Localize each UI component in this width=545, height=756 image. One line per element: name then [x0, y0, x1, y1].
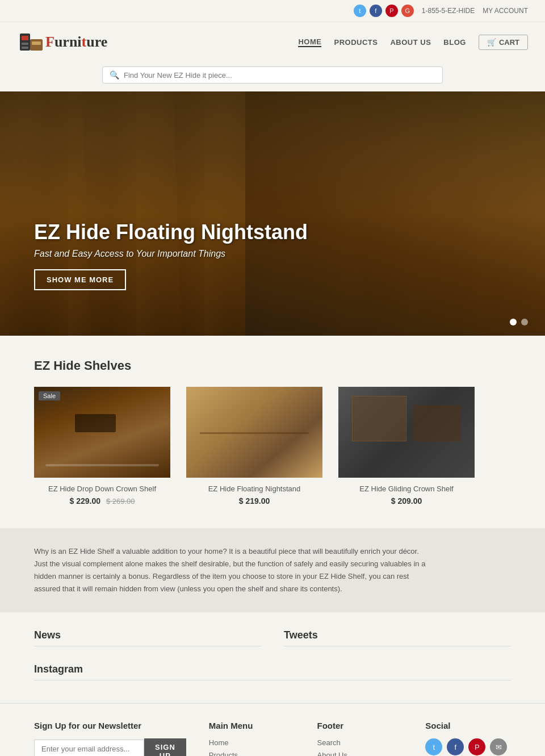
footer-menu-title: Footer — [317, 721, 403, 730]
product-img-bg-3 — [338, 387, 475, 478]
top-bar: t f P G 1-855-5-EZ-HIDE MY ACCOUNT — [0, 0, 545, 22]
footer-link-search[interactable]: Search — [317, 738, 403, 747]
info-section: Why is an EZ Hide Shelf a valuable addit… — [0, 528, 545, 612]
tweets-col: Tweets — [284, 629, 511, 652]
svg-rect-1 — [22, 36, 28, 40]
price-current-1: $ 229.00 — [70, 496, 101, 506]
footer-social-col: Social t f P ✉ — [425, 721, 511, 756]
price-current-3: $ 209.00 — [391, 496, 422, 506]
instagram-title: Instagram — [34, 663, 511, 680]
product-price-2: $ 219.00 — [186, 496, 322, 506]
nav-area: HOME PRODUCTS ABOUT US BLOG 🛒 CART — [298, 35, 528, 50]
product-price-3: $ 209.00 — [338, 496, 475, 506]
product-card-1[interactable]: Sale EZ Hide Drop Down Crown Shelf $ 229… — [34, 387, 170, 506]
hero-dot-2[interactable] — [521, 319, 528, 325]
product-card-3[interactable]: EZ Hide Gliding Crown Shelf $ 209.00 — [338, 387, 475, 506]
nav-blog[interactable]: BLOG — [443, 38, 466, 47]
google-icon-top[interactable]: G — [401, 5, 414, 17]
price-current-2: $ 219.00 — [239, 496, 270, 506]
product-img-bg-2 — [186, 387, 322, 478]
footer-social-icons: t f P ✉ — [425, 738, 511, 755]
search-input[interactable] — [124, 71, 435, 80]
newsletter-title: Sign Up for our Newsletter — [34, 721, 186, 730]
hero-dot-1[interactable] — [510, 319, 517, 325]
logo[interactable]: F urni t ure — [17, 28, 107, 56]
product-image-3 — [338, 387, 475, 478]
info-text: Why is an EZ Hide Shelf a valuable addit… — [34, 545, 431, 595]
search-bar-wrap: 🔍 — [0, 62, 545, 91]
logo-rest: urni — [54, 34, 82, 51]
search-icon: 🔍 — [110, 70, 119, 80]
phone-number: 1-855-5-EZ-HIDE — [422, 7, 475, 15]
nav-about[interactable]: ABOUT US — [390, 38, 431, 47]
nav-home[interactable]: HOME — [298, 37, 321, 47]
gun-shape — [75, 414, 116, 432]
hero-content: EZ Hide Floating Nightstand Fast and Eas… — [34, 220, 308, 290]
social-icons-top: t f P G — [354, 5, 414, 17]
svg-rect-3 — [22, 47, 28, 49]
footer-facebook-icon[interactable]: f — [447, 738, 464, 755]
header: F urni t ure HOME PRODUCTS ABOUT US BLOG… — [0, 22, 545, 62]
products-section: EZ Hide Shelves Sale EZ Hide Drop Down C… — [0, 336, 545, 528]
news-title: News — [34, 629, 261, 646]
my-account-link[interactable]: MY ACCOUNT — [483, 7, 528, 15]
cart-icon: 🛒 — [487, 38, 496, 47]
svg-rect-5 — [32, 41, 41, 45]
footer-main-menu-col: Main Menu Home Products About Us Blog — [209, 721, 295, 756]
product-card-2[interactable]: EZ Hide Floating Nightstand $ 219.00 — [186, 387, 322, 506]
hero-title: EZ Hide Floating Nightstand — [34, 220, 308, 244]
footer-twitter-icon[interactable]: t — [425, 738, 442, 755]
hero-cta-button[interactable]: SHOW ME MORE — [34, 269, 126, 290]
newsletter-signup-button[interactable]: SIGN UP — [144, 738, 186, 756]
product-name-2: EZ Hide Floating Nightstand — [186, 484, 322, 493]
footer-link-home[interactable]: Home — [209, 738, 295, 747]
newsletter-email-input[interactable] — [34, 740, 144, 756]
tweets-title: Tweets — [284, 629, 511, 646]
sale-badge-1: Sale — [39, 391, 60, 400]
nav-products[interactable]: PRODUCTS — [334, 38, 378, 47]
twitter-icon-top[interactable]: t — [354, 5, 366, 17]
products-grid: Sale EZ Hide Drop Down Crown Shelf $ 229… — [34, 387, 511, 506]
main-menu-title: Main Menu — [209, 721, 295, 730]
product-name-1: EZ Hide Drop Down Crown Shelf — [34, 484, 170, 493]
footer-pinterest-icon[interactable]: P — [468, 738, 485, 755]
logo-icon — [17, 28, 45, 56]
search-bar: 🔍 — [102, 66, 443, 83]
hero-overlay — [0, 91, 545, 336]
facebook-icon-top[interactable]: f — [370, 5, 382, 17]
news-tweets-row: News Tweets — [34, 629, 511, 652]
hero-subtitle: Fast and Easy Access to Your Important T… — [34, 249, 308, 259]
hero-dots — [510, 319, 528, 325]
content-section: News Tweets Instagram — [0, 612, 545, 703]
frame-shape — [352, 396, 406, 441]
shelf-line — [200, 432, 309, 434]
product-image-1: Sale — [34, 387, 170, 478]
news-col: News — [34, 629, 261, 652]
drawer-shape — [413, 405, 461, 441]
product-name-3: EZ Hide Gliding Crown Shelf — [338, 484, 475, 493]
cart-button[interactable]: 🛒 CART — [479, 35, 528, 50]
product-price-1: $ 229.00 $ 269.00 — [34, 496, 170, 506]
pinterest-icon-top[interactable]: P — [385, 5, 398, 17]
products-section-title: EZ Hide Shelves — [34, 358, 511, 373]
drawer-detail — [45, 464, 159, 466]
price-old-1: $ 269.00 — [106, 497, 135, 506]
footer-newsletter-col: Sign Up for our Newsletter SIGN UP Subsc… — [34, 721, 186, 756]
footer-footer-menu-col: Footer Search About Us — [317, 721, 403, 756]
footer-main: Sign Up for our Newsletter SIGN UP Subsc… — [0, 703, 545, 756]
logo-f: F — [45, 34, 54, 51]
newsletter-form: SIGN UP — [34, 738, 186, 756]
footer-email-icon[interactable]: ✉ — [490, 738, 507, 755]
product-img-bg-1 — [34, 387, 170, 478]
footer-link-products[interactable]: Products — [209, 751, 295, 756]
cart-label: CART — [499, 38, 519, 47]
footer-link-about-us[interactable]: About Us — [317, 751, 403, 756]
product-image-2 — [186, 387, 322, 478]
hero-section: EZ Hide Floating Nightstand Fast and Eas… — [0, 91, 545, 336]
social-title: Social — [425, 721, 511, 730]
svg-rect-2 — [22, 43, 28, 45]
logo-t: t — [82, 34, 87, 51]
logo-ure: ure — [86, 34, 107, 51]
